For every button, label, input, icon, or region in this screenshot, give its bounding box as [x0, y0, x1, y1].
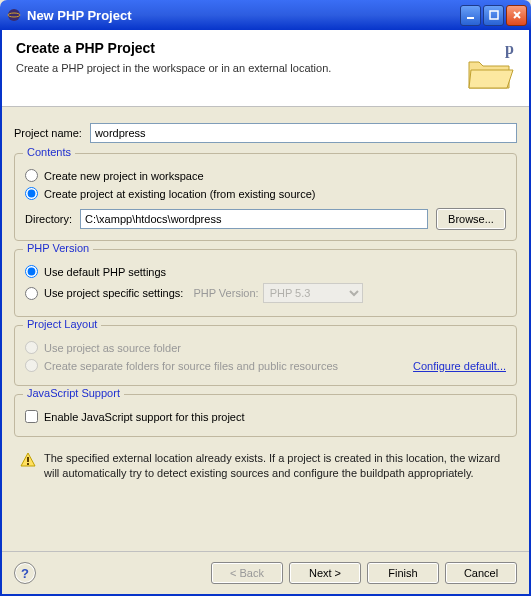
svg-rect-8: [27, 463, 29, 465]
radio-default-php-label: Use default PHP settings: [44, 266, 166, 278]
directory-input[interactable]: [80, 209, 428, 229]
svg-rect-3: [490, 11, 498, 19]
contents-group-title: Contents: [23, 146, 75, 158]
radio-project-source: [25, 341, 38, 354]
php-version-label: PHP Version:: [193, 287, 258, 299]
php-version-group: PHP Version Use default PHP settings Use…: [14, 249, 517, 317]
svg-rect-7: [27, 457, 29, 462]
next-button[interactable]: Next >: [289, 562, 361, 584]
cancel-button[interactable]: Cancel: [445, 562, 517, 584]
radio-separate-folders: [25, 359, 38, 372]
svg-point-0: [8, 9, 20, 21]
javascript-support-group: JavaScript Support Enable JavaScript sup…: [14, 394, 517, 437]
project-layout-group-title: Project Layout: [23, 318, 101, 330]
project-name-label: Project name:: [14, 127, 82, 139]
radio-existing-location[interactable]: [25, 187, 38, 200]
browse-button[interactable]: Browse...: [436, 208, 506, 230]
radio-new-workspace[interactable]: [25, 169, 38, 182]
svg-text:p: p: [505, 40, 514, 58]
php-version-select: PHP 5.3: [263, 283, 363, 303]
radio-default-php[interactable]: [25, 265, 38, 278]
wizard-footer: ? < Back Next > Finish Cancel: [2, 551, 529, 594]
radio-project-source-label: Use project as source folder: [44, 342, 181, 354]
javascript-support-group-title: JavaScript Support: [23, 387, 124, 399]
titlebar-title: New PHP Project: [27, 8, 460, 23]
page-subtitle: Create a PHP project in the workspace or…: [16, 62, 465, 74]
radio-specific-php[interactable]: [25, 287, 38, 300]
project-layout-group: Project Layout Use project as source fol…: [14, 325, 517, 386]
contents-group: Contents Create new project in workspace…: [14, 153, 517, 241]
radio-new-workspace-label: Create new project in workspace: [44, 170, 204, 182]
info-note: The specified external location already …: [14, 447, 517, 485]
enable-js-label: Enable JavaScript support for this proje…: [44, 411, 245, 423]
radio-specific-php-label: Use project specific settings:: [44, 287, 183, 299]
help-button[interactable]: ?: [14, 562, 36, 584]
eclipse-icon: [6, 7, 22, 23]
radio-existing-location-label: Create project at existing location (fro…: [44, 188, 315, 200]
minimize-button[interactable]: [460, 5, 481, 26]
project-name-input[interactable]: [90, 123, 517, 143]
close-button[interactable]: [506, 5, 527, 26]
svg-rect-2: [467, 17, 474, 19]
configure-default-link[interactable]: Configure default...: [413, 360, 506, 372]
finish-button[interactable]: Finish: [367, 562, 439, 584]
php-folder-icon: p: [465, 40, 517, 92]
warning-icon: [20, 452, 36, 468]
titlebar: New PHP Project: [0, 0, 531, 30]
page-title: Create a PHP Project: [16, 40, 465, 56]
enable-js-checkbox[interactable]: [25, 410, 38, 423]
radio-separate-folders-label: Create separate folders for source files…: [44, 360, 338, 372]
info-note-text: The specified external location already …: [44, 451, 511, 481]
maximize-button[interactable]: [483, 5, 504, 26]
php-version-group-title: PHP Version: [23, 242, 93, 254]
back-button: < Back: [211, 562, 283, 584]
directory-label: Directory:: [25, 213, 72, 225]
wizard-header: Create a PHP Project Create a PHP projec…: [2, 30, 529, 107]
